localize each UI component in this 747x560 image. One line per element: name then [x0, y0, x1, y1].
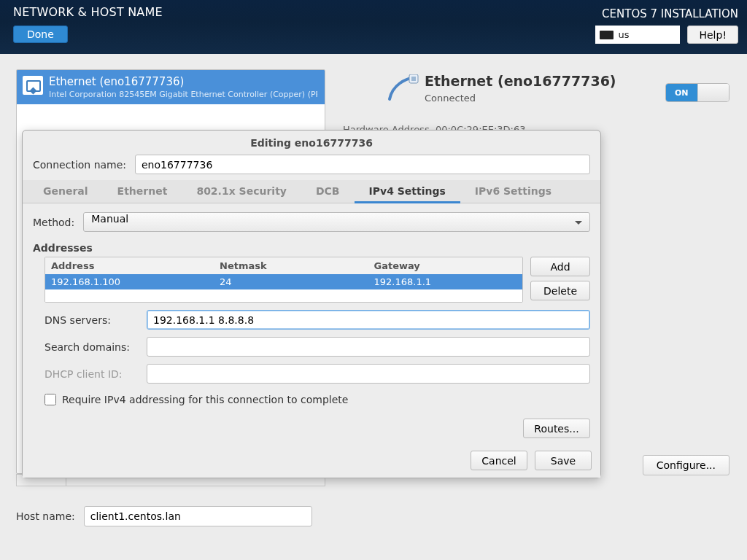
addresses-header: Address Netmask Gateway — [45, 257, 522, 274]
require-ipv4-label: Require IPv4 addressing for this connect… — [62, 394, 348, 405]
hostname-label: Host name: — [16, 510, 75, 522]
method-select[interactable]: Manual — [83, 212, 590, 232]
cell-netmask: 24 — [214, 274, 368, 289]
dhcp-client-id-input[interactable] — [147, 364, 590, 384]
tab-general[interactable]: General — [28, 180, 103, 203]
search-domains-input[interactable] — [147, 337, 590, 357]
ipv4-settings-body: Method: Manual Addresses Address Netmask… — [23, 203, 600, 478]
hostname-row: Host name: — [16, 506, 312, 526]
col-address: Address — [45, 257, 214, 274]
dns-label: DNS servers: — [44, 314, 139, 326]
add-address-button[interactable]: Add — [530, 257, 590, 276]
connection-name-input[interactable] — [135, 155, 590, 174]
help-button[interactable]: Help! — [687, 26, 738, 44]
dns-input[interactable] — [147, 310, 590, 330]
addresses-label: Addresses — [33, 242, 590, 254]
dhcp-client-id-label: DHCP client ID: — [44, 368, 139, 380]
interface-detail: Ethernet (eno16777736) Connected Hardwar… — [343, 73, 729, 135]
connection-name-row: Connection name: — [23, 155, 600, 180]
interface-title: Ethernet (eno16777736) — [49, 75, 317, 88]
cell-gateway: 192.168.1.1 — [368, 274, 522, 289]
method-value: Manual — [91, 213, 128, 225]
svg-rect-1 — [411, 77, 416, 81]
hostname-input[interactable] — [84, 506, 312, 526]
ethernet-cable-icon — [385, 74, 419, 105]
addresses-table[interactable]: Address Netmask Gateway 192.168.1.100 24… — [44, 257, 523, 303]
col-netmask: Netmask — [214, 257, 368, 274]
toggle-on-label: ON — [666, 84, 697, 101]
done-button[interactable]: Done — [13, 26, 68, 43]
search-domains-label: Search domains: — [44, 341, 139, 353]
top-banner: NETWORK & HOST NAME Done CENTOS 7 INSTAL… — [0, 0, 747, 54]
edit-connection-dialog: Editing eno16777736 Connection name: Gen… — [22, 130, 601, 478]
tab-dcb[interactable]: DCB — [301, 180, 355, 203]
method-label: Method: — [33, 217, 74, 228]
toggle-knob — [697, 84, 729, 101]
keyboard-icon — [600, 31, 614, 39]
configure-button[interactable]: Configure... — [643, 455, 729, 475]
connection-name-label: Connection name: — [33, 159, 128, 171]
tab-8021x[interactable]: 802.1x Security — [182, 180, 301, 203]
save-button[interactable]: Save — [535, 451, 592, 470]
page-title: NETWORK & HOST NAME — [13, 5, 595, 19]
delete-address-button[interactable]: Delete — [530, 281, 590, 300]
dialog-tabs: General Ethernet 802.1x Security DCB IPv… — [23, 180, 600, 203]
col-gateway: Gateway — [368, 257, 522, 274]
keyboard-layout-label: us — [618, 29, 629, 40]
cell-address: 192.168.1.100 — [45, 274, 214, 289]
interface-subtitle: Intel Corporation 82545EM Gigabit Ethern… — [49, 90, 317, 99]
interface-item[interactable]: Ethernet (eno16777736) Intel Corporation… — [17, 70, 325, 104]
dialog-actions: Cancel Save — [471, 451, 592, 470]
dialog-title: Editing eno16777736 — [23, 131, 600, 155]
routes-button[interactable]: Routes... — [523, 419, 590, 438]
ethernet-port-icon — [23, 76, 43, 95]
tab-ipv6[interactable]: IPv6 Settings — [460, 180, 566, 203]
require-ipv4-checkbox[interactable] — [44, 394, 56, 405]
install-title: CENTOS 7 INSTALLATION — [602, 7, 738, 20]
keyboard-layout-indicator[interactable]: us — [595, 26, 680, 44]
tab-ethernet[interactable]: Ethernet — [103, 180, 182, 203]
tab-ipv4[interactable]: IPv4 Settings — [355, 180, 460, 203]
table-row[interactable]: 192.168.1.100 24 192.168.1.1 — [45, 274, 522, 289]
interface-toggle[interactable]: ON — [665, 83, 729, 102]
cancel-button[interactable]: Cancel — [471, 451, 527, 470]
table-blank-row — [45, 289, 522, 302]
